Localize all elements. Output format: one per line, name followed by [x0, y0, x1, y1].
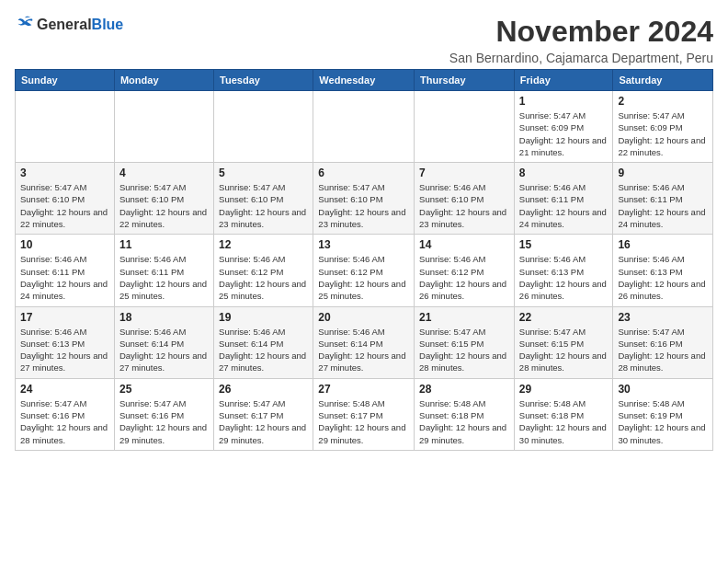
day-number: 23 [618, 311, 708, 324]
calendar-cell: 25Sunrise: 5:47 AM Sunset: 6:16 PM Dayli… [114, 378, 213, 450]
calendar-cell: 1Sunrise: 5:47 AM Sunset: 6:09 PM Daylig… [514, 91, 613, 163]
day-number: 7 [419, 167, 509, 179]
day-number: 3 [20, 167, 109, 179]
day-number: 16 [618, 238, 708, 251]
day-info: Sunrise: 5:47 AM Sunset: 6:15 PM Dayligh… [419, 326, 509, 374]
day-info: Sunrise: 5:46 AM Sunset: 6:13 PM Dayligh… [618, 253, 708, 302]
day-info: Sunrise: 5:46 AM Sunset: 6:12 PM Dayligh… [419, 253, 509, 302]
calendar-cell: 10Sunrise: 5:46 AM Sunset: 6:11 PM Dayli… [16, 235, 115, 306]
logo-blue: Blue [92, 17, 124, 32]
day-info: Sunrise: 5:47 AM Sunset: 6:09 PM Dayligh… [519, 109, 609, 158]
day-number: 1 [519, 95, 609, 108]
calendar-cell: 2Sunrise: 5:47 AM Sunset: 6:09 PM Daylig… [613, 91, 713, 163]
calendar-cell: 3Sunrise: 5:47 AM Sunset: 6:10 PM Daylig… [16, 163, 115, 235]
logo-general: General [37, 17, 92, 32]
day-info: Sunrise: 5:47 AM Sunset: 6:10 PM Dayligh… [318, 181, 409, 230]
calendar-table: SundayMondayTuesdayWednesdayThursdayFrid… [15, 69, 713, 451]
month-title: November 2024 [449, 15, 713, 49]
calendar-cell: 6Sunrise: 5:47 AM Sunset: 6:10 PM Daylig… [313, 163, 415, 235]
day-number: 22 [519, 311, 609, 324]
calendar-cell: 26Sunrise: 5:47 AM Sunset: 6:17 PM Dayli… [214, 378, 313, 450]
calendar-cell: 23Sunrise: 5:47 AM Sunset: 6:16 PM Dayli… [613, 306, 713, 378]
weekday-thursday: Thursday [415, 70, 515, 91]
calendar-week-2: 3Sunrise: 5:47 AM Sunset: 6:10 PM Daylig… [16, 163, 713, 235]
day-info: Sunrise: 5:46 AM Sunset: 6:11 PM Dayligh… [119, 253, 209, 302]
day-info: Sunrise: 5:46 AM Sunset: 6:13 PM Dayligh… [20, 326, 109, 374]
weekday-wednesday: Wednesday [313, 70, 415, 91]
logo: GeneralBlue [15, 15, 123, 35]
calendar-cell: 24Sunrise: 5:47 AM Sunset: 6:16 PM Dayli… [16, 378, 115, 450]
day-info: Sunrise: 5:47 AM Sunset: 6:10 PM Dayligh… [20, 181, 109, 230]
calendar-cell [415, 91, 515, 163]
calendar-cell: 15Sunrise: 5:46 AM Sunset: 6:13 PM Dayli… [514, 235, 613, 306]
day-number: 27 [318, 383, 409, 396]
calendar-week-4: 17Sunrise: 5:46 AM Sunset: 6:13 PM Dayli… [16, 306, 713, 378]
logo-text: GeneralBlue [37, 17, 123, 33]
calendar-week-5: 24Sunrise: 5:47 AM Sunset: 6:16 PM Dayli… [16, 378, 713, 450]
weekday-monday: Monday [114, 70, 213, 91]
calendar-week-3: 10Sunrise: 5:46 AM Sunset: 6:11 PM Dayli… [16, 235, 713, 306]
calendar-cell: 19Sunrise: 5:46 AM Sunset: 6:14 PM Dayli… [214, 306, 313, 378]
day-number: 25 [119, 383, 209, 396]
calendar-cell: 12Sunrise: 5:46 AM Sunset: 6:12 PM Dayli… [214, 235, 313, 306]
day-info: Sunrise: 5:46 AM Sunset: 6:14 PM Dayligh… [219, 326, 308, 374]
day-info: Sunrise: 5:47 AM Sunset: 6:16 PM Dayligh… [618, 326, 708, 374]
day-number: 19 [219, 311, 308, 324]
calendar-cell: 5Sunrise: 5:47 AM Sunset: 6:10 PM Daylig… [214, 163, 313, 235]
weekday-header-row: SundayMondayTuesdayWednesdayThursdayFrid… [16, 70, 713, 91]
day-info: Sunrise: 5:46 AM Sunset: 6:12 PM Dayligh… [219, 253, 308, 302]
calendar-cell: 8Sunrise: 5:46 AM Sunset: 6:11 PM Daylig… [514, 163, 613, 235]
day-number: 4 [119, 167, 209, 179]
day-info: Sunrise: 5:47 AM Sunset: 6:15 PM Dayligh… [519, 326, 609, 374]
day-number: 20 [318, 311, 409, 324]
weekday-sunday: Sunday [16, 70, 115, 91]
day-info: Sunrise: 5:48 AM Sunset: 6:18 PM Dayligh… [519, 397, 609, 446]
calendar-cell [114, 91, 213, 163]
day-number: 28 [419, 383, 509, 396]
day-number: 5 [219, 167, 308, 179]
calendar-cell: 18Sunrise: 5:46 AM Sunset: 6:14 PM Dayli… [114, 306, 213, 378]
day-number: 18 [119, 311, 209, 324]
location-subtitle: San Bernardino, Cajamarca Department, Pe… [449, 51, 713, 65]
day-info: Sunrise: 5:46 AM Sunset: 6:12 PM Dayligh… [318, 253, 409, 302]
day-number: 17 [20, 311, 109, 324]
calendar-week-1: 1Sunrise: 5:47 AM Sunset: 6:09 PM Daylig… [16, 91, 713, 163]
day-number: 26 [219, 383, 308, 396]
calendar-cell: 29Sunrise: 5:48 AM Sunset: 6:18 PM Dayli… [514, 378, 613, 450]
day-info: Sunrise: 5:46 AM Sunset: 6:13 PM Dayligh… [519, 253, 609, 302]
day-info: Sunrise: 5:46 AM Sunset: 6:11 PM Dayligh… [618, 181, 708, 230]
calendar-cell: 7Sunrise: 5:46 AM Sunset: 6:10 PM Daylig… [415, 163, 515, 235]
day-number: 11 [119, 238, 209, 251]
day-info: Sunrise: 5:48 AM Sunset: 6:18 PM Dayligh… [419, 397, 509, 446]
calendar-header: SundayMondayTuesdayWednesdayThursdayFrid… [16, 70, 713, 91]
day-number: 8 [519, 167, 609, 179]
day-number: 13 [318, 238, 409, 251]
day-info: Sunrise: 5:47 AM Sunset: 6:17 PM Dayligh… [219, 397, 308, 446]
calendar-cell [313, 91, 415, 163]
day-info: Sunrise: 5:47 AM Sunset: 6:10 PM Dayligh… [219, 181, 308, 230]
calendar-cell [214, 91, 313, 163]
calendar-cell: 27Sunrise: 5:48 AM Sunset: 6:17 PM Dayli… [313, 378, 415, 450]
day-info: Sunrise: 5:47 AM Sunset: 6:10 PM Dayligh… [119, 181, 209, 230]
calendar-cell: 17Sunrise: 5:46 AM Sunset: 6:13 PM Dayli… [16, 306, 115, 378]
day-info: Sunrise: 5:46 AM Sunset: 6:11 PM Dayligh… [519, 181, 609, 230]
calendar-cell: 9Sunrise: 5:46 AM Sunset: 6:11 PM Daylig… [613, 163, 713, 235]
day-number: 2 [618, 95, 708, 108]
weekday-saturday: Saturday [613, 70, 713, 91]
calendar-cell: 28Sunrise: 5:48 AM Sunset: 6:18 PM Dayli… [415, 378, 515, 450]
calendar-cell: 20Sunrise: 5:46 AM Sunset: 6:14 PM Dayli… [313, 306, 415, 378]
day-number: 10 [20, 238, 109, 251]
calendar-cell: 21Sunrise: 5:47 AM Sunset: 6:15 PM Dayli… [415, 306, 515, 378]
day-number: 29 [519, 383, 609, 396]
calendar-cell: 30Sunrise: 5:48 AM Sunset: 6:19 PM Dayli… [613, 378, 713, 450]
calendar-cell: 16Sunrise: 5:46 AM Sunset: 6:13 PM Dayli… [613, 235, 713, 306]
day-info: Sunrise: 5:47 AM Sunset: 6:09 PM Dayligh… [618, 109, 708, 158]
logo-image [15, 15, 35, 35]
day-number: 21 [419, 311, 509, 324]
day-info: Sunrise: 5:47 AM Sunset: 6:16 PM Dayligh… [20, 397, 109, 446]
day-info: Sunrise: 5:46 AM Sunset: 6:14 PM Dayligh… [119, 326, 209, 374]
day-number: 12 [219, 238, 308, 251]
header: GeneralBlue November 2024 San Bernardino… [15, 15, 713, 65]
day-info: Sunrise: 5:47 AM Sunset: 6:16 PM Dayligh… [119, 397, 209, 446]
title-area: November 2024 San Bernardino, Cajamarca … [449, 15, 713, 65]
